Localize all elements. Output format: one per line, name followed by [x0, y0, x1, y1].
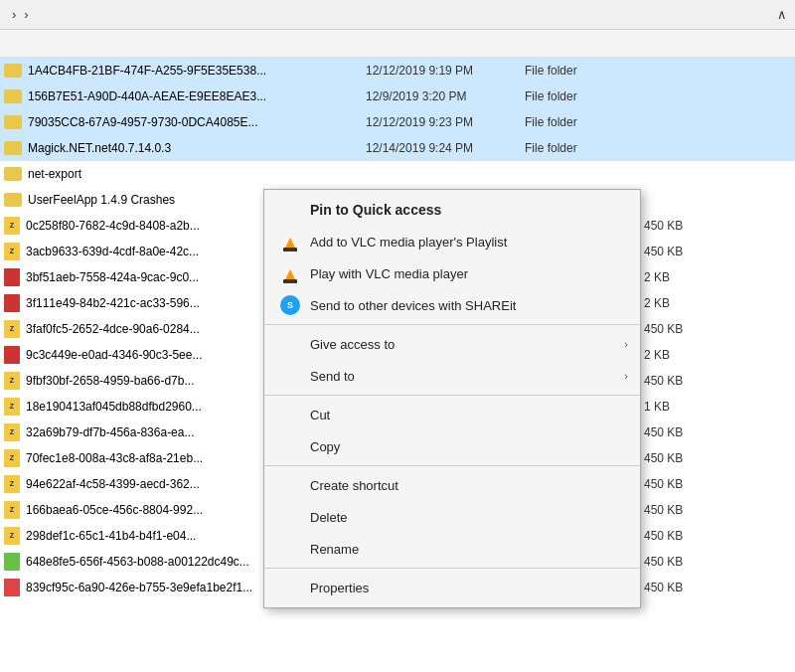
file-size-cell: 450 KB: [636, 374, 735, 388]
file-size-cell: 450 KB: [636, 581, 735, 594]
table-row[interactable]: 156B7E51-A90D-440A-AEAE-E9EE8EAE3... 12/…: [0, 84, 795, 109]
menu-label: Create shortcut: [310, 478, 398, 493]
menu-label: Copy: [310, 439, 340, 454]
menu-separator: [264, 395, 640, 396]
menu-label: Cut: [310, 408, 330, 422]
zip-icon: Z: [4, 527, 20, 545]
menu-label: Add to VLC media player's Playlist: [310, 235, 507, 250]
file-size-cell: 450 KB: [636, 322, 735, 336]
vlc-icon: [280, 263, 300, 283]
red-icon: [4, 294, 20, 312]
table-row[interactable]: net-export: [0, 161, 795, 187]
zip-icon: Z: [4, 423, 20, 441]
file-name-cell: 156B7E51-A90D-440A-AEAE-E9EE8EAE3...: [0, 89, 358, 103]
zip-icon: Z: [4, 398, 20, 416]
file-name-cell: net-export: [0, 167, 358, 181]
no-icon: [280, 334, 300, 354]
file-size-cell: 450 KB: [636, 451, 735, 465]
file-date-cell: 12/14/2019 9:24 PM: [358, 141, 517, 155]
file-name-text: Magick.NET.net40.7.14.0.3: [28, 141, 171, 155]
menu-label: Play with VLC media player: [310, 266, 468, 281]
file-size-cell: 450 KB: [636, 555, 735, 569]
table-row[interactable]: 79035CC8-67A9-4957-9730-0DCA4085E... 12/…: [0, 109, 795, 135]
file-size-cell: 2 KB: [636, 296, 735, 310]
menu-item-rename[interactable]: Rename: [264, 533, 640, 565]
folder-icon: [4, 193, 22, 207]
no-icon: [280, 366, 300, 386]
menu-item-send-to[interactable]: Send to›: [264, 360, 640, 392]
file-name-text: 166baea6-05ce-456c-8804-992...: [26, 503, 203, 517]
menu-separator: [264, 568, 640, 569]
folder-icon: [4, 64, 22, 78]
menu-separator: [264, 324, 640, 325]
file-name-cell: 1A4CB4FB-21BF-474F-A255-9F5E35E538...: [0, 64, 358, 78]
file-size-cell: 1 KB: [636, 400, 735, 414]
file-name-text: 298def1c-65c1-41b4-b4f1-e04...: [26, 529, 196, 543]
context-menu: Pin to Quick accessAdd to VLC media play…: [263, 189, 641, 608]
zip-icon: Z: [4, 320, 20, 338]
file-name-text: 9c3c449e-e0ad-4346-90c3-5ee...: [26, 348, 202, 362]
file-name-text: net-export: [28, 167, 81, 181]
file-name-cell: 79035CC8-67A9-4957-9730-0DCA4085E...: [0, 115, 358, 129]
file-size-cell: 450 KB: [636, 219, 735, 233]
file-size-cell: 450 KB: [636, 477, 735, 491]
file-name-text: 156B7E51-A90D-440A-AEAE-E9EE8EAE3...: [28, 89, 266, 103]
folder-icon: [4, 167, 22, 181]
file-type-cell: File folder: [517, 141, 636, 155]
file-date-cell: 12/12/2019 9:23 PM: [358, 115, 517, 129]
zip-icon: Z: [4, 217, 20, 235]
menu-label: Properties: [310, 581, 369, 595]
menu-item-vlc-play[interactable]: Play with VLC media player: [264, 257, 640, 289]
breadcrumb-sep1: ›: [12, 7, 16, 22]
zip-icon: Z: [4, 449, 20, 467]
file-size-cell: 2 KB: [636, 270, 735, 284]
file-name-text: 3acb9633-639d-4cdf-8a0e-42c...: [26, 245, 199, 258]
file-name-text: 839cf95c-6a90-426e-b755-3e9efa1be2f1...: [26, 581, 252, 594]
file-type-cell: File folder: [517, 89, 636, 103]
submenu-arrow: ›: [624, 370, 628, 382]
zip-icon: Z: [4, 372, 20, 390]
vlc-icon: [280, 232, 300, 252]
file-name-text: 9fbf30bf-2658-4959-ba66-d7b...: [26, 374, 194, 388]
menu-item-pin[interactable]: Pin to Quick access: [264, 194, 640, 226]
folder-icon: [4, 89, 22, 103]
no-icon: [280, 475, 300, 495]
menu-item-copy[interactable]: Copy: [264, 430, 640, 462]
file-name-text: UserFeelApp 1.4.9 Crashes: [28, 193, 175, 207]
icon-file-icon: [4, 579, 20, 596]
table-row[interactable]: Magick.NET.net40.7.14.0.3 12/14/2019 9:2…: [0, 135, 795, 161]
file-size-cell: 450 KB: [636, 529, 735, 543]
file-name-text: 70fec1e8-008a-43c8-af8a-21eb...: [26, 451, 203, 465]
file-name-text: 18e190413af045db88dfbd2960...: [26, 400, 202, 414]
node-icon: [4, 553, 20, 571]
file-size-cell: 2 KB: [636, 348, 735, 362]
menu-item-vlc-playlist[interactable]: Add to VLC media player's Playlist: [264, 226, 640, 257]
file-name-text: 94e622af-4c58-4399-aecd-362...: [26, 477, 200, 491]
no-icon: [280, 539, 300, 559]
file-size-cell: 450 KB: [636, 245, 735, 258]
menu-item-delete[interactable]: Delete: [264, 501, 640, 533]
zip-icon: Z: [4, 243, 20, 260]
menu-label: Pin to Quick access: [310, 202, 441, 218]
table-row[interactable]: 1A4CB4FB-21BF-474F-A255-9F5E35E538... 12…: [0, 58, 795, 84]
file-name-text: 3faf0fc5-2652-4dce-90a6-0284...: [26, 322, 200, 336]
menu-item-create-shortcut[interactable]: Create shortcut: [264, 469, 640, 501]
menu-separator: [264, 465, 640, 466]
zip-icon: Z: [4, 475, 20, 493]
menu-item-shareit[interactable]: SSend to other devices with SHAREit: [264, 289, 640, 321]
no-icon: [280, 578, 300, 597]
file-date-cell: 12/9/2019 3:20 PM: [358, 89, 517, 103]
zip-icon: Z: [4, 501, 20, 519]
file-name-text: 32a69b79-df7b-456a-836a-ea...: [26, 425, 194, 439]
shareit-icon: S: [280, 295, 300, 315]
menu-label: Delete: [310, 510, 348, 525]
no-icon: [280, 436, 300, 456]
folder-icon: [4, 141, 22, 155]
submenu-arrow: ›: [624, 338, 628, 350]
menu-label: Give access to: [310, 337, 395, 352]
menu-item-cut[interactable]: Cut: [264, 399, 640, 430]
menu-item-give-access[interactable]: Give access to›: [264, 328, 640, 360]
file-name-text: 3bf51aeb-7558-424a-9cac-9c0...: [26, 270, 199, 284]
menu-item-properties[interactable]: Properties: [264, 572, 640, 603]
red-icon: [4, 346, 20, 364]
